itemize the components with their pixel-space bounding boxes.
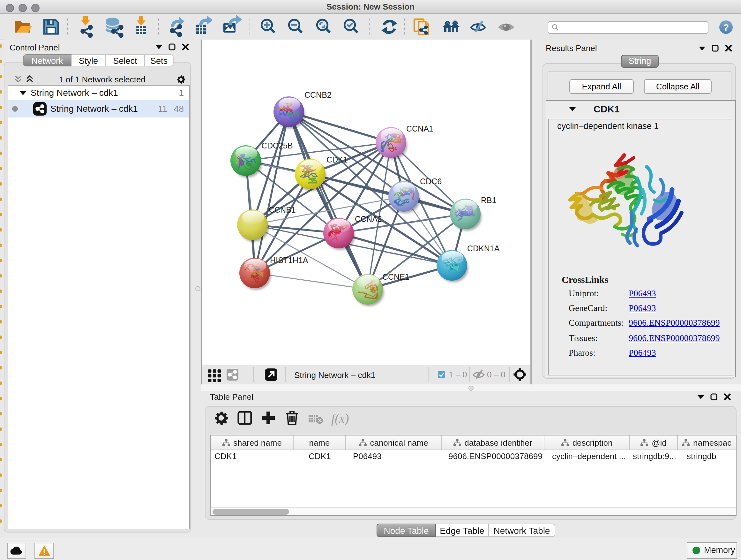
svg-text:RB1: RB1 xyxy=(481,196,496,205)
svg-text:HIST1H1A: HIST1H1A xyxy=(270,256,308,265)
svg-text:CCNA2: CCNA2 xyxy=(355,214,382,224)
svg-text:CDC25B: CDC25B xyxy=(261,141,293,150)
svg-text:CDK1: CDK1 xyxy=(327,155,348,164)
svg-text:f(x): f(x) xyxy=(331,411,349,426)
svg-text:CCNA1: CCNA1 xyxy=(406,124,433,133)
svg-text:0 – 0: 0 – 0 xyxy=(487,370,506,379)
svg-text:CCNE1: CCNE1 xyxy=(382,272,409,281)
svg-text:1 – 0: 1 – 0 xyxy=(449,370,467,379)
svg-text:CDC6: CDC6 xyxy=(420,177,442,186)
svg-text:CCNB2: CCNB2 xyxy=(305,90,332,99)
svg-text:CDKN1A: CDKN1A xyxy=(467,244,500,253)
svg-text:CCNB1: CCNB1 xyxy=(269,205,296,214)
